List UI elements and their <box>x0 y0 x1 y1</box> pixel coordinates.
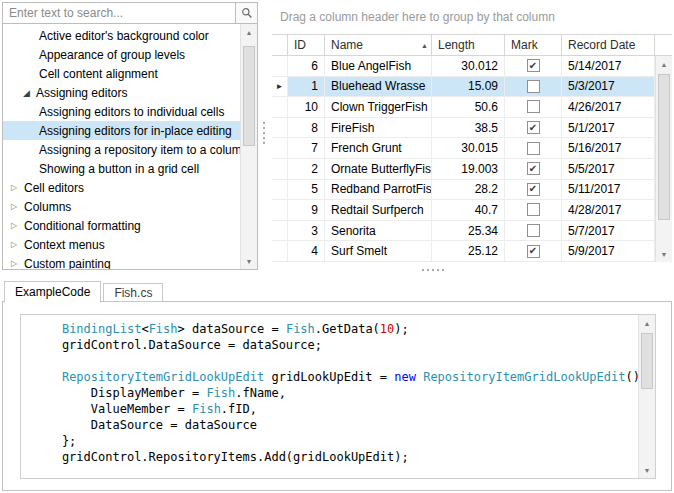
grid-scrollbar[interactable]: ▲ ▼ <box>655 56 672 262</box>
cell-mark[interactable]: ✔ <box>505 180 562 200</box>
horizontal-splitter[interactable] <box>2 263 672 277</box>
tree-item[interactable]: Assigning editors to individual cells <box>3 102 240 121</box>
tree-item[interactable]: ▷Conditional formatting <box>3 216 240 235</box>
grid-row[interactable]: 2Ornate ButterflyFish19.003✔5/5/2017 <box>272 159 655 180</box>
cell-length[interactable]: 50.6 <box>432 97 505 117</box>
tree-item[interactable]: ▷Context menus <box>3 235 240 254</box>
scrollbar-track[interactable] <box>656 72 672 246</box>
cell-record_date[interactable]: 5/16/2017 <box>562 138 655 158</box>
cell-id[interactable]: 10 <box>288 97 325 117</box>
scroll-up-icon[interactable]: ▲ <box>241 24 257 40</box>
checkbox-checked-icon[interactable]: ✔ <box>527 162 540 175</box>
grid-row[interactable]: 8FireFish38.5✔5/1/2017 <box>272 118 655 139</box>
cell-id[interactable]: 6 <box>288 56 325 76</box>
tree-item[interactable]: Showing a button in a grid cell <box>3 159 240 178</box>
column-header-name[interactable]: Name▲ <box>325 35 432 55</box>
collapse-icon[interactable]: ◢ <box>23 88 36 98</box>
cell-name[interactable]: Senorita <box>325 221 432 241</box>
tree-item[interactable]: Appearance of group levels <box>3 45 240 64</box>
cell-id[interactable]: 1 <box>288 77 325 97</box>
grid-row[interactable]: 4Surf Smelt25.12✔5/9/2017 <box>272 241 655 262</box>
cell-name[interactable]: FireFish <box>325 118 432 138</box>
code-editor[interactable]: BindingList<Fish> dataSource = Fish.GetD… <box>20 314 656 479</box>
cell-id[interactable]: 3 <box>288 221 325 241</box>
grid-row[interactable]: 9Redtail Surfperch40.74/28/2017 <box>272 200 655 221</box>
scroll-down-icon[interactable]: ▼ <box>656 246 672 262</box>
cell-name[interactable]: Ornate ButterflyFish <box>325 159 432 179</box>
tree-item[interactable]: Active editor's background color <box>3 26 240 45</box>
tree-item[interactable]: Assigning editors for in-place editing <box>3 121 240 140</box>
cell-record_date[interactable]: 4/26/2017 <box>562 97 655 117</box>
tree-scrollbar[interactable]: ▲ ▼ <box>240 24 257 269</box>
tree-item[interactable]: ▷Columns <box>3 197 240 216</box>
vertical-splitter[interactable] <box>259 2 271 270</box>
cell-name[interactable]: French Grunt <box>325 138 432 158</box>
grid-row[interactable]: 6Blue AngelFish30.012✔5/14/2017 <box>272 56 655 77</box>
grid-row[interactable]: ►1Bluehead Wrasse15.095/3/2017 <box>272 77 655 98</box>
cell-mark[interactable] <box>505 200 562 220</box>
column-header-mark[interactable]: Mark <box>505 35 562 55</box>
grid-row[interactable]: 5Redband ParrotFish28.2✔5/11/2017 <box>272 180 655 201</box>
tab-examplecode[interactable]: ExampleCode <box>4 281 101 303</box>
cell-mark[interactable]: ✔ <box>505 159 562 179</box>
cell-mark[interactable]: ✔ <box>505 56 562 76</box>
checkbox-unchecked-icon[interactable] <box>527 224 540 237</box>
cell-length[interactable]: 40.7 <box>432 200 505 220</box>
cell-record_date[interactable]: 5/7/2017 <box>562 221 655 241</box>
group-by-panel[interactable]: Drag a column header here to group by th… <box>272 2 672 34</box>
cell-mark[interactable] <box>505 77 562 97</box>
cell-length[interactable]: 28.2 <box>432 180 505 200</box>
checkbox-checked-icon[interactable]: ✔ <box>527 183 540 196</box>
column-header-record_date[interactable]: Record Date <box>562 35 655 55</box>
checkbox-checked-icon[interactable]: ✔ <box>527 59 540 72</box>
cell-mark[interactable]: ✔ <box>505 118 562 138</box>
cell-name[interactable]: Surf Smelt <box>325 241 432 261</box>
scroll-up-icon[interactable]: ▲ <box>639 315 655 331</box>
scroll-up-icon[interactable]: ▲ <box>656 56 672 72</box>
search-input[interactable] <box>3 3 235 23</box>
cell-id[interactable]: 5 <box>288 180 325 200</box>
cell-name[interactable]: Bluehead Wrasse <box>325 77 432 97</box>
cell-mark[interactable] <box>505 138 562 158</box>
cell-record_date[interactable]: 5/1/2017 <box>562 118 655 138</box>
scrollbar-track[interactable] <box>639 331 655 462</box>
column-header-length[interactable]: Length <box>432 35 505 55</box>
tree-item[interactable]: ▷Cell editors <box>3 178 240 197</box>
cell-record_date[interactable]: 5/14/2017 <box>562 56 655 76</box>
search-button[interactable] <box>235 3 257 23</box>
cell-length[interactable]: 15.09 <box>432 77 505 97</box>
cell-length[interactable]: 30.015 <box>432 138 505 158</box>
expand-icon[interactable]: ▷ <box>11 202 24 211</box>
cell-mark[interactable] <box>505 97 562 117</box>
tree-item[interactable]: ◢Assigning editors <box>3 83 240 102</box>
grid-row[interactable]: 10Clown TriggerFish50.64/26/2017 <box>272 97 655 118</box>
checkbox-unchecked-icon[interactable] <box>527 203 540 216</box>
cell-length[interactable]: 25.12 <box>432 241 505 261</box>
tree-item[interactable]: Cell content alignment <box>3 64 240 83</box>
cell-length[interactable]: 19.003 <box>432 159 505 179</box>
cell-record_date[interactable]: 5/5/2017 <box>562 159 655 179</box>
scroll-down-icon[interactable]: ▼ <box>639 462 655 478</box>
cell-id[interactable]: 2 <box>288 159 325 179</box>
cell-length[interactable]: 38.5 <box>432 118 505 138</box>
cell-name[interactable]: Redband ParrotFish <box>325 180 432 200</box>
code-scrollbar[interactable]: ▲ ▼ <box>638 315 655 478</box>
tab-fish-cs[interactable]: Fish.cs <box>103 283 163 302</box>
cell-record_date[interactable]: 4/28/2017 <box>562 200 655 220</box>
cell-id[interactable]: 9 <box>288 200 325 220</box>
checkbox-checked-icon[interactable]: ✔ <box>527 121 540 134</box>
checkbox-unchecked-icon[interactable] <box>527 80 540 93</box>
scrollbar-thumb[interactable] <box>243 46 255 146</box>
expand-icon[interactable]: ▷ <box>11 221 24 230</box>
cell-id[interactable]: 7 <box>288 138 325 158</box>
checkbox-unchecked-icon[interactable] <box>527 100 540 113</box>
cell-record_date[interactable]: 5/11/2017 <box>562 180 655 200</box>
cell-length[interactable]: 30.012 <box>432 56 505 76</box>
checkbox-checked-icon[interactable]: ✔ <box>527 245 540 258</box>
scrollbar-track[interactable] <box>241 40 257 253</box>
cell-length[interactable]: 25.34 <box>432 221 505 241</box>
cell-id[interactable]: 8 <box>288 118 325 138</box>
cell-name[interactable]: Blue AngelFish <box>325 56 432 76</box>
cell-mark[interactable]: ✔ <box>505 241 562 261</box>
cell-record_date[interactable]: 5/9/2017 <box>562 241 655 261</box>
